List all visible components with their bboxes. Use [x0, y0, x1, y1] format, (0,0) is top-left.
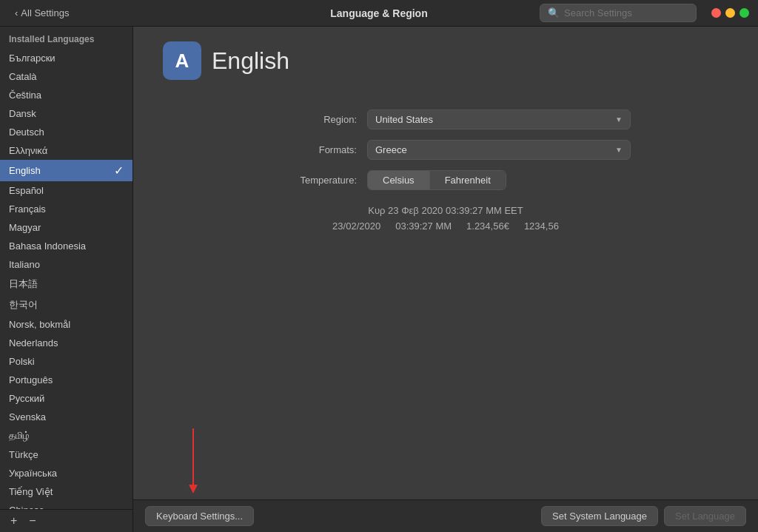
close-button[interactable] — [711, 8, 721, 18]
sidebar-item-label: Nederlands — [9, 337, 58, 349]
sidebar-item-label: Čeština — [9, 90, 41, 101]
date-preview: Κυρ 23 Φεβ 2020 03:39:27 MM EET 23/02/20… — [261, 205, 631, 232]
sidebar-item-label: Svenska — [9, 411, 46, 422]
formats-label: Formats: — [261, 144, 357, 155]
sidebar-item-label: Español — [9, 185, 44, 196]
region-row: Region: United States ▼ — [261, 110, 631, 129]
sidebar-item-greek[interactable]: Ελληνικά — [0, 141, 133, 160]
sidebar-item-label: Deutsch — [9, 127, 44, 138]
sidebar-item-bulgarian[interactable]: Български — [0, 49, 133, 67]
window-title: Language & Region — [330, 7, 427, 19]
sidebar-item-tamil[interactable]: தமிழ் — [0, 426, 133, 445]
sidebar-item-swedish[interactable]: Svenska — [0, 408, 133, 426]
sidebar-item-catalan[interactable]: Català — [0, 67, 133, 86]
date-value: 23/02/2020 — [332, 220, 380, 232]
number2-value: 1234,56 — [524, 220, 559, 232]
temperature-buttons: Celsius Fahrenheit — [367, 170, 506, 190]
search-input[interactable] — [564, 7, 688, 18]
sidebar-item-vietnamese[interactable]: Tiếng Việt — [0, 482, 133, 501]
sidebar-header: Installed Languages — [0, 27, 133, 49]
sidebar-list: БългарскиCatalàČeštinaDanskDeutschΕλληνι… — [0, 49, 133, 509]
region-select[interactable]: United States ▼ — [367, 110, 631, 129]
maximize-button[interactable] — [739, 8, 749, 18]
sidebar-item-label: Português — [9, 374, 53, 385]
title-bar-left: ‹ All Settings — [9, 4, 75, 21]
all-settings-button[interactable]: ‹ All Settings — [9, 4, 75, 21]
main-layout: Installed Languages БългарскиCatalàČešti… — [0, 27, 758, 532]
sidebar-item-label: 한국어 — [9, 298, 38, 312]
sidebar-item-label: Italiano — [9, 259, 40, 270]
chevron-down-icon: ▼ — [615, 146, 623, 154]
sidebar-item-label: Ελληνικά — [9, 145, 47, 156]
sidebar-item-indonesian[interactable]: Bahasa Indonesia — [0, 237, 133, 255]
sidebar-item-english[interactable]: English✓ — [0, 160, 133, 181]
sidebar-item-chinese[interactable]: Chinese — [0, 501, 133, 509]
minimize-button[interactable] — [725, 8, 735, 18]
title-bar-right: 🔍 — [540, 4, 749, 22]
region-value: United States — [375, 114, 433, 125]
sidebar-item-label: Bahasa Indonesia — [9, 240, 86, 252]
sidebar-item-japanese[interactable]: 日本語 — [0, 274, 133, 294]
search-box[interactable]: 🔍 — [540, 4, 697, 22]
bottom-right-buttons: Set System Language Set Language — [541, 506, 746, 526]
sidebar-item-label: English — [9, 165, 41, 176]
sidebar-item-label: Български — [9, 53, 56, 64]
temperature-row: Temperature: Celsius Fahrenheit — [261, 170, 631, 190]
sidebar-item-spanish[interactable]: Español — [0, 181, 133, 200]
sidebar-item-label: Türkçe — [9, 449, 38, 460]
set-language-button[interactable]: Set Language — [664, 506, 746, 526]
formats-select[interactable]: Greece ▼ — [367, 140, 631, 160]
sidebar-item-label: Català — [9, 71, 37, 82]
language-title: English — [212, 47, 289, 75]
add-language-button[interactable]: + — [6, 513, 21, 529]
chevron-down-icon: ▼ — [615, 115, 623, 124]
chevron-left-icon: ‹ — [15, 7, 18, 18]
search-icon: 🔍 — [548, 7, 560, 18]
content-area: A English Region: United States ▼ Format… — [133, 27, 758, 532]
sidebar-item-label: Tiếng Việt — [9, 486, 53, 497]
sidebar-item-polish[interactable]: Polski — [0, 352, 133, 371]
sidebar-item-czech[interactable]: Čeština — [0, 86, 133, 104]
sidebar-item-ukrainian[interactable]: Українська — [0, 464, 133, 482]
sidebar-item-label: Українська — [9, 468, 57, 479]
remove-language-button[interactable]: − — [24, 513, 40, 529]
formats-value: Greece — [375, 144, 407, 155]
bottom-bar: Keyboard Settings... Set System Language… — [133, 499, 758, 532]
sidebar-item-french[interactable]: Français — [0, 200, 133, 218]
sidebar-item-norwegian[interactable]: Norsk, bokmål — [0, 315, 133, 334]
fahrenheit-button[interactable]: Fahrenheit — [430, 171, 506, 189]
sidebar-item-label: தமிழ் — [9, 430, 30, 442]
region-label: Region: — [261, 114, 357, 125]
checkmark-icon: ✓ — [114, 164, 124, 178]
sidebar-item-label: 日本語 — [9, 277, 38, 291]
sidebar-footer: + − — [0, 509, 133, 532]
content-main: A English Region: United States ▼ Format… — [133, 27, 758, 499]
keyboard-settings-button[interactable]: Keyboard Settings... — [145, 506, 254, 526]
time-value: 03:39:27 MM — [395, 220, 452, 232]
sidebar-item-russian[interactable]: Русский — [0, 389, 133, 408]
all-settings-label: All Settings — [21, 7, 69, 18]
temperature-label: Temperature: — [261, 175, 357, 186]
sidebar-item-danish[interactable]: Dansk — [0, 104, 133, 123]
sidebar: Installed Languages БългарскиCatalàČešti… — [0, 27, 133, 532]
sidebar-item-label: Français — [9, 203, 46, 215]
sidebar-item-german[interactable]: Deutsch — [0, 123, 133, 141]
sidebar-item-label: Polski — [9, 356, 35, 367]
sidebar-item-label: Русский — [9, 393, 44, 404]
content-title: A English — [163, 41, 728, 80]
sidebar-item-portuguese[interactable]: Português — [0, 371, 133, 389]
set-system-language-button[interactable]: Set System Language — [541, 506, 658, 526]
title-bar: ‹ All Settings Language & Region 🔍 — [0, 0, 758, 27]
sidebar-item-italian[interactable]: Italiano — [0, 255, 133, 274]
sidebar-item-hungarian[interactable]: Magyar — [0, 218, 133, 237]
window-controls — [711, 8, 749, 18]
sidebar-item-korean[interactable]: 한국어 — [0, 294, 133, 315]
sidebar-item-label: Norsk, bokmål — [9, 319, 70, 330]
sidebar-item-label: Magyar — [9, 222, 41, 233]
sidebar-item-turkish[interactable]: Türkçe — [0, 445, 133, 464]
sidebar-item-dutch[interactable]: Nederlands — [0, 334, 133, 352]
sidebar-item-label: Dansk — [9, 108, 36, 119]
formats-row: Formats: Greece ▼ — [261, 140, 631, 160]
language-icon: A — [163, 41, 201, 80]
celsius-button[interactable]: Celsius — [368, 171, 430, 189]
